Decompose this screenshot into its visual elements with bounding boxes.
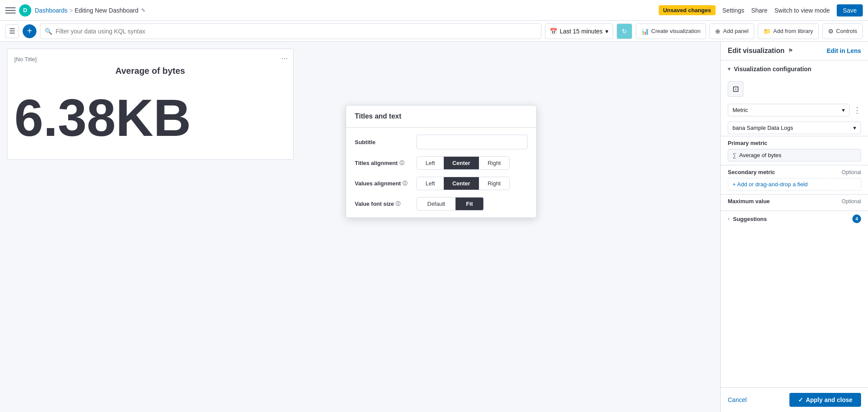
titles-alignment-info-icon[interactable]: ⓘ <box>399 160 404 166</box>
values-alignment-row: Values alignment ⓘ Left Center Right <box>355 177 528 190</box>
titles-align-right-button[interactable]: Right <box>479 157 509 169</box>
max-value-optional: Optional <box>842 198 861 204</box>
settings-link[interactable]: Settings <box>723 7 745 14</box>
nav-right-actions: Unsaved changes Settings Share Switch to… <box>659 4 863 16</box>
metric-title: Average of bytes <box>14 66 286 76</box>
add-secondary-field-button[interactable]: + Add or drag-and-drop a field <box>728 178 861 191</box>
suggestions-label: Suggestions <box>733 216 767 222</box>
titles-alignment-controls: Left Center Right <box>416 156 510 170</box>
dashboards-link[interactable]: Dashboards <box>35 7 68 14</box>
add-panel-button[interactable]: ⊕ Add panel <box>710 23 754 39</box>
values-align-left-button[interactable]: Left <box>417 177 444 190</box>
popover-body: Subtitle Titles alignment ⓘ Left Center … <box>346 128 536 218</box>
secondary-metric-label: Secondary metric <box>728 169 775 175</box>
chevron-down-icon: ▾ <box>728 66 730 72</box>
primary-metric-section: Primary metric ∑ Average of bytes <box>721 136 868 165</box>
chevron-down-icon: ▾ <box>605 28 608 35</box>
time-range-label: Last 15 minutes <box>560 28 603 35</box>
visualization-panel: [No Title] ⋯ Average of bytes 6.38KB <box>7 49 294 160</box>
font-size-default-button[interactable]: Default <box>417 198 455 210</box>
primary-metric-chip[interactable]: ∑ Average of bytes <box>728 149 861 162</box>
values-align-right-button[interactable]: Right <box>479 177 509 190</box>
viz-config-toggle[interactable]: ▾ Visualization configuration <box>721 60 868 78</box>
app-logo: D <box>19 4 31 16</box>
info-icon: ⚑ <box>788 48 793 54</box>
create-visualization-button[interactable]: 📊 Create visualization <box>636 23 706 39</box>
collapse-panel-button[interactable]: ☰ <box>5 24 19 38</box>
titles-align-left-button[interactable]: Left <box>417 157 444 169</box>
save-button[interactable]: Save <box>837 4 863 16</box>
more-options-icon[interactable]: ⋮ <box>853 105 861 115</box>
add-from-library-button[interactable]: 📁 Add from library <box>758 23 819 39</box>
primary-metric-label: Primary metric <box>728 140 861 146</box>
metric-type-row: Metric ▾ ⋮ <box>721 100 868 120</box>
calendar-icon: 📅 <box>550 28 557 35</box>
hamburger-menu[interactable] <box>5 5 16 16</box>
canvas-area: [No Title] ⋯ Average of bytes 6.38KB <box>0 42 720 412</box>
share-link[interactable]: Share <box>751 7 767 14</box>
subtitle-label: Subtitle <box>355 139 411 145</box>
refresh-button[interactable]: ↻ <box>617 23 632 39</box>
time-picker[interactable]: 📅 Last 15 minutes ▾ <box>545 23 613 39</box>
max-value-header: Maximum value Optional <box>728 198 861 204</box>
max-value-label: Maximum value <box>728 198 770 204</box>
metric-type-select[interactable]: Metric ▾ <box>728 104 850 116</box>
suggestions-toggle[interactable]: › Suggestions 4 <box>728 214 861 223</box>
secondary-metric-optional: Optional <box>842 169 861 175</box>
panel-menu-icon[interactable]: ⋯ <box>281 54 288 63</box>
apply-and-close-button[interactable]: ✓ Apply and close <box>789 393 861 407</box>
right-panel-title: Edit visualization ⚑ <box>728 47 793 55</box>
suggestions-count-badge: 4 <box>852 214 861 223</box>
controls-button[interactable]: ⚙ Controls <box>822 23 863 39</box>
plus-circle-icon: ⊕ <box>715 28 720 35</box>
breadcrumb: Dashboards > Editing New Dashboard ✎ <box>35 7 145 14</box>
panel-title: [No Title] <box>14 56 286 63</box>
values-align-center-button[interactable]: Center <box>444 177 479 190</box>
font-size-fit-button[interactable]: Fit <box>455 198 483 210</box>
titles-alignment-label: Titles alignment ⓘ <box>355 160 411 166</box>
top-navigation: D Dashboards > Editing New Dashboard ✎ U… <box>0 0 868 21</box>
edit-page-icon[interactable]: ✎ <box>141 7 145 13</box>
cancel-button[interactable]: Cancel <box>728 396 747 403</box>
metric-value: 6.38KB <box>14 83 286 152</box>
popover-header: Titles and text <box>346 105 536 128</box>
right-panel: Edit visualization ⚑ Edit in Lens ▾ Visu… <box>720 42 868 412</box>
max-value-section: Maximum value Optional <box>721 194 868 211</box>
main-layout: [No Title] ⋯ Average of bytes 6.38KB Edi… <box>0 42 868 412</box>
value-font-size-controls: Default Fit <box>416 197 484 211</box>
chevron-right-icon: › <box>728 216 729 222</box>
search-input[interactable] <box>56 28 537 35</box>
subtitle-input[interactable] <box>416 135 528 149</box>
chart-icon: 📊 <box>641 28 649 35</box>
right-panel-header: Edit visualization ⚑ Edit in Lens <box>721 42 868 60</box>
folder-icon: 📁 <box>763 28 771 35</box>
switch-mode-link[interactable]: Switch to view mode <box>774 7 830 14</box>
right-panel-footer: Cancel ✓ Apply and close <box>721 387 868 412</box>
search-bar: 🔍 <box>40 23 541 39</box>
checkmark-icon: ✓ <box>798 396 803 403</box>
titles-and-text-popover: Titles and text Subtitle Titles alignmen… <box>346 105 537 218</box>
secondary-metric-header: Secondary metric Optional <box>728 169 861 175</box>
value-font-size-info-icon[interactable]: ⓘ <box>396 201 400 207</box>
toolbar: ☰ + 🔍 📅 Last 15 minutes ▾ ↻ 📊 Create vis… <box>0 21 868 42</box>
popover-title: Titles and text <box>355 112 401 120</box>
values-alignment-controls: Left Center Right <box>416 177 510 190</box>
chevron-down-icon: ▾ <box>853 125 856 131</box>
current-page-label: Editing New Dashboard ✎ <box>75 7 145 14</box>
secondary-metric-section: Secondary metric Optional + Add or drag-… <box>721 165 868 194</box>
titles-align-center-button[interactable]: Center <box>444 157 479 169</box>
edit-in-lens-button[interactable]: Edit in Lens <box>827 47 861 54</box>
right-panel-body: ▾ Visualization configuration ⊡ Metric ▾… <box>721 60 868 387</box>
add-button[interactable]: + <box>23 24 36 38</box>
values-alignment-label: Values alignment ⓘ <box>355 180 411 187</box>
chevron-down-icon: ▾ <box>842 107 845 113</box>
values-alignment-info-icon[interactable]: ⓘ <box>403 180 407 187</box>
subtitle-row: Subtitle <box>355 135 528 149</box>
viz-config-section: ▾ Visualization configuration ⊡ Metric ▾… <box>721 60 868 136</box>
config-icon-button[interactable]: ⊡ <box>728 81 743 97</box>
titles-alignment-row: Titles alignment ⓘ Left Center Right <box>355 156 528 170</box>
breadcrumb-separator: > <box>69 7 73 14</box>
data-source-select[interactable]: bana Sample Data Logs ▾ <box>728 122 861 134</box>
unsaved-changes-badge: Unsaved changes <box>659 5 716 15</box>
value-font-size-row: Value font size ⓘ Default Fit <box>355 197 528 211</box>
